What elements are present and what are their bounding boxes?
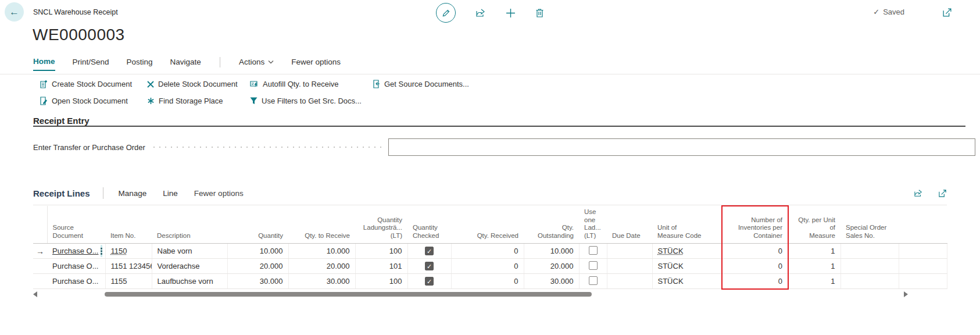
use-one-lt-checkbox[interactable] (589, 246, 598, 255)
quantity-checked-checkbox[interactable] (425, 277, 434, 286)
cell-special-order-sales-no[interactable] (840, 244, 899, 259)
share-lines-icon[interactable] (914, 189, 923, 198)
use-one-lt-checkbox[interactable] (589, 276, 598, 285)
open-stock-document-button[interactable]: Open Stock Document (40, 97, 147, 105)
quantity-checked-checkbox[interactable] (425, 247, 434, 255)
cell-inventories-per-container[interactable]: 0 (722, 274, 788, 289)
cell-special-order-sales-no[interactable] (840, 259, 899, 274)
cell-special-order-sales-no[interactable] (840, 274, 899, 289)
button-label: Get Source Documents... (384, 80, 469, 88)
col-quantity-lt[interactable]: Quantity Ladungsträ... (LT) (355, 206, 407, 244)
cell-qty-to-receive[interactable]: 20.000 (288, 259, 355, 274)
cell-source-document[interactable]: Purchase O... (47, 244, 105, 259)
cell-quantity-checked[interactable] (407, 274, 451, 289)
use-filters-button[interactable]: Use Filters to Get Src. Docs... (250, 97, 372, 105)
cell-qty-outstanding[interactable]: 20.000 (524, 259, 579, 274)
use-one-lt-checkbox[interactable] (589, 261, 598, 270)
scroll-left-arrow[interactable] (33, 291, 37, 297)
actions-menu[interactable]: Actions (239, 58, 274, 70)
cell-inventories-per-container[interactable]: 0 (722, 244, 788, 259)
cell-use-one-lt[interactable] (579, 259, 607, 274)
edit-pencil-icon[interactable] (436, 3, 456, 23)
open-in-new-window-icon[interactable] (942, 8, 952, 17)
cell-qty-outstanding[interactable]: 30.000 (524, 274, 579, 289)
tab-print-send[interactable]: Print/Send (73, 58, 109, 70)
cell-quantity-checked[interactable] (407, 244, 451, 259)
scrollbar-thumb[interactable] (105, 292, 592, 297)
col-special-order-sales-no[interactable]: Special Order Sales No. (840, 206, 899, 244)
menu-fewer-options[interactable]: Fewer options (194, 189, 244, 198)
source-document-link[interactable]: Purchase O... (52, 247, 98, 255)
share-icon[interactable] (475, 8, 486, 17)
unit-of-measure-link[interactable]: STÜCK (658, 247, 684, 255)
cell-qty-per-unit-of-measure[interactable]: 1 (788, 274, 840, 289)
cell-qty-per-unit-of-measure[interactable]: 1 (788, 244, 840, 259)
cell-quantity-checked[interactable] (407, 259, 451, 274)
col-use-one-lt[interactable]: Use one Lad... (LT) (579, 206, 607, 244)
cell-source-document[interactable]: Purchase O... (47, 274, 105, 289)
col-description[interactable]: Description (152, 206, 227, 244)
get-source-documents-button[interactable]: Get Source Documents... (372, 80, 481, 88)
cell-quantity[interactable]: 20.000 (227, 259, 288, 274)
col-source-document[interactable]: Source Document (47, 206, 105, 244)
delete-trash-icon[interactable] (535, 8, 544, 17)
cell-inventories-per-container[interactable]: 0 (722, 259, 788, 274)
cell-item-no[interactable]: 1150 (105, 244, 152, 259)
scrollbar-track[interactable] (41, 291, 900, 297)
cell-use-one-lt[interactable] (579, 274, 607, 289)
tab-navigate[interactable]: Navigate (170, 58, 201, 70)
cell-description[interactable]: Nabe vorn (152, 244, 227, 259)
create-stock-document-button[interactable]: Create Stock Document (40, 80, 147, 88)
item-no-link[interactable]: 1150 (111, 247, 127, 255)
col-inventories-per-container[interactable]: Number of Inventories per Container (722, 206, 788, 244)
col-item-no[interactable]: Item No. (105, 206, 152, 244)
quantity-checked-checkbox[interactable] (425, 262, 434, 270)
cell-qty-to-receive[interactable]: 30.000 (288, 274, 355, 289)
cell-qty-outstanding[interactable]: 10.000 (524, 244, 579, 259)
cell-unit-of-measure[interactable]: STÜCK (652, 244, 722, 259)
cell-quantity[interactable]: 10.000 (227, 244, 288, 259)
col-qty-to-receive[interactable]: Qty. to Receive (288, 206, 355, 244)
fewer-options-button[interactable]: Fewer options (291, 58, 341, 70)
row-context-menu-button[interactable] (101, 245, 102, 257)
cell-item-no[interactable]: 1151 123456... (105, 259, 152, 274)
cell-qty-received[interactable]: 0 (451, 274, 524, 289)
cell-use-one-lt[interactable] (579, 244, 607, 259)
cell-source-document[interactable]: Purchase O... (47, 259, 105, 274)
col-quantity[interactable]: Quantity (227, 206, 288, 244)
cell-unit-of-measure[interactable]: STÜCK (652, 259, 722, 274)
tab-posting[interactable]: Posting (127, 58, 153, 70)
col-qty-received[interactable]: Qty. Received (451, 206, 524, 244)
add-new-icon[interactable] (506, 8, 516, 18)
delete-stock-document-button[interactable]: Delete Stock Document (147, 80, 250, 88)
cell-due-date[interactable] (607, 244, 652, 259)
col-quantity-checked[interactable]: Quantity Checked (407, 206, 451, 244)
cell-description[interactable]: Laufbuchse vorn (152, 274, 227, 289)
menu-line[interactable]: Line (163, 189, 178, 198)
menu-manage[interactable]: Manage (119, 189, 147, 198)
transfer-purchase-order-input[interactable] (388, 138, 975, 156)
cell-due-date[interactable] (607, 259, 652, 274)
col-unit-of-measure-code[interactable]: Unit of Measure Code (652, 206, 722, 244)
cell-qty-received[interactable]: 0 (451, 259, 524, 274)
cell-item-no[interactable]: 1155 (105, 274, 152, 289)
col-due-date[interactable]: Due Date (607, 206, 652, 244)
cell-description[interactable]: Vorderachse (152, 259, 227, 274)
cell-qty-per-unit-of-measure[interactable]: 1 (788, 259, 840, 274)
cell-qty-received[interactable]: 0 (451, 244, 524, 259)
cell-qty-to-receive[interactable]: 10.000 (288, 244, 355, 259)
cell-quantity[interactable]: 30.000 (227, 274, 288, 289)
open-lines-in-new-window-icon[interactable] (938, 189, 947, 198)
cell-unit-of-measure[interactable]: STÜCK (652, 274, 722, 289)
find-storage-place-button[interactable]: Find Storage Place (147, 97, 250, 105)
back-button[interactable]: ← (5, 2, 24, 22)
autofill-qty-button[interactable]: Autofill Qty. to Receive (250, 80, 372, 88)
cell-quantity-lt[interactable]: 101 (355, 259, 407, 274)
scroll-right-arrow[interactable] (904, 291, 908, 297)
tab-home[interactable]: Home (33, 57, 55, 71)
cell-quantity-lt[interactable]: 100 (355, 274, 407, 289)
col-qty-outstanding[interactable]: Qty. Outstanding (524, 206, 579, 244)
cell-due-date[interactable] (607, 274, 652, 289)
col-qty-per-unit-of-measure[interactable]: Qty. per Unit of Measure (788, 206, 840, 244)
cell-quantity-lt[interactable]: 100 (355, 244, 407, 259)
